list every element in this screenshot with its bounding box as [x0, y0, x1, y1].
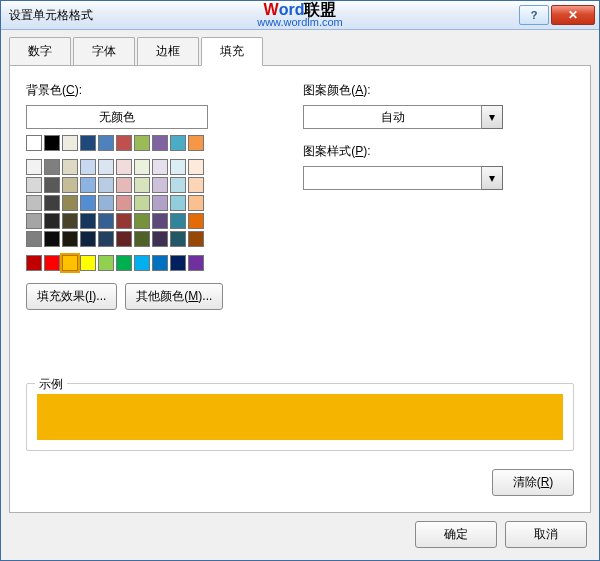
- color-swatch[interactable]: [98, 159, 114, 175]
- color-swatch[interactable]: [80, 135, 96, 151]
- color-swatch[interactable]: [170, 159, 186, 175]
- dialog-buttons: 确定 取消: [1, 521, 599, 560]
- standard-color-row: [26, 255, 223, 271]
- titlebar: 设置单元格格式 Word联盟 www.wordlm.com ? ✕: [1, 1, 599, 30]
- color-swatch[interactable]: [62, 195, 78, 211]
- color-swatch[interactable]: [152, 135, 168, 151]
- color-swatch[interactable]: [26, 159, 42, 175]
- color-swatch[interactable]: [116, 177, 132, 193]
- color-swatch[interactable]: [152, 231, 168, 247]
- color-swatch[interactable]: [116, 255, 132, 271]
- tab-panel-fill: 背景色(C): 无颜色 填充效果(I)... 其他颜色(M)...: [9, 65, 591, 513]
- color-swatch[interactable]: [80, 159, 96, 175]
- color-swatch[interactable]: [134, 213, 150, 229]
- color-swatch[interactable]: [44, 195, 60, 211]
- help-button[interactable]: ?: [519, 5, 549, 25]
- theme-tints-grid: [26, 159, 223, 247]
- color-swatch[interactable]: [26, 135, 42, 151]
- color-swatch[interactable]: [98, 135, 114, 151]
- color-swatch[interactable]: [188, 213, 204, 229]
- close-button[interactable]: ✕: [551, 5, 595, 25]
- sample-swatch: [37, 394, 563, 440]
- bgcolor-label: 背景色(C):: [26, 82, 223, 99]
- color-swatch[interactable]: [98, 195, 114, 211]
- color-swatch[interactable]: [80, 195, 96, 211]
- color-swatch[interactable]: [134, 231, 150, 247]
- clear-button[interactable]: 清除(R): [492, 469, 574, 496]
- color-swatch[interactable]: [44, 255, 60, 271]
- color-swatch[interactable]: [152, 195, 168, 211]
- color-swatch[interactable]: [170, 255, 186, 271]
- color-swatch[interactable]: [44, 213, 60, 229]
- color-swatch[interactable]: [44, 135, 60, 151]
- tab-1[interactable]: 字体: [73, 37, 135, 66]
- color-swatch[interactable]: [134, 177, 150, 193]
- color-swatch[interactable]: [62, 159, 78, 175]
- more-colors-button[interactable]: 其他颜色(M)...: [125, 283, 223, 310]
- color-swatch[interactable]: [98, 177, 114, 193]
- color-swatch[interactable]: [116, 159, 132, 175]
- color-swatch[interactable]: [170, 177, 186, 193]
- color-swatch[interactable]: [62, 177, 78, 193]
- color-swatch[interactable]: [116, 213, 132, 229]
- pattern-style-combo[interactable]: ▾: [303, 166, 503, 190]
- color-swatch[interactable]: [152, 159, 168, 175]
- ok-button[interactable]: 确定: [415, 521, 497, 548]
- color-swatch[interactable]: [188, 255, 204, 271]
- color-swatch[interactable]: [44, 231, 60, 247]
- tab-0[interactable]: 数字: [9, 37, 71, 66]
- color-swatch[interactable]: [134, 135, 150, 151]
- color-swatch[interactable]: [188, 159, 204, 175]
- color-swatch[interactable]: [62, 213, 78, 229]
- color-swatch[interactable]: [80, 255, 96, 271]
- color-swatch[interactable]: [116, 231, 132, 247]
- color-swatch[interactable]: [80, 213, 96, 229]
- color-swatch[interactable]: [62, 231, 78, 247]
- color-swatch[interactable]: [116, 195, 132, 211]
- color-swatch[interactable]: [170, 231, 186, 247]
- tab-2[interactable]: 边框: [137, 37, 199, 66]
- dialog-window: 设置单元格格式 Word联盟 www.wordlm.com ? ✕ 数字字体边框…: [0, 0, 600, 561]
- color-swatch[interactable]: [98, 231, 114, 247]
- color-swatch[interactable]: [152, 213, 168, 229]
- color-swatch[interactable]: [170, 135, 186, 151]
- color-swatch[interactable]: [152, 255, 168, 271]
- color-swatch[interactable]: [80, 231, 96, 247]
- color-swatch[interactable]: [152, 177, 168, 193]
- color-swatch[interactable]: [170, 195, 186, 211]
- color-swatch[interactable]: [26, 195, 42, 211]
- color-swatch[interactable]: [44, 159, 60, 175]
- tab-strip: 数字字体边框填充: [1, 30, 599, 65]
- color-swatch[interactable]: [80, 177, 96, 193]
- color-swatch[interactable]: [26, 231, 42, 247]
- no-color-button[interactable]: 无颜色: [26, 105, 208, 129]
- color-swatch[interactable]: [188, 231, 204, 247]
- pattern-style-label: 图案样式(P):: [303, 143, 503, 160]
- color-swatch[interactable]: [188, 195, 204, 211]
- theme-color-row: [26, 135, 223, 151]
- color-swatch[interactable]: [62, 135, 78, 151]
- color-swatch[interactable]: [134, 255, 150, 271]
- fill-effects-button[interactable]: 填充效果(I)...: [26, 283, 117, 310]
- pattern-color-combo[interactable]: 自动 ▾: [303, 105, 503, 129]
- color-swatch[interactable]: [116, 135, 132, 151]
- color-swatch[interactable]: [26, 255, 42, 271]
- color-swatch[interactable]: [98, 255, 114, 271]
- watermark: Word联盟 www.wordlm.com: [257, 3, 343, 29]
- color-swatch[interactable]: [44, 177, 60, 193]
- color-swatch[interactable]: [170, 213, 186, 229]
- color-swatch[interactable]: [26, 177, 42, 193]
- color-swatch[interactable]: [98, 213, 114, 229]
- color-swatch[interactable]: [134, 195, 150, 211]
- color-swatch[interactable]: [26, 213, 42, 229]
- chevron-down-icon[interactable]: ▾: [482, 105, 503, 129]
- cancel-button[interactable]: 取消: [505, 521, 587, 548]
- window-title: 设置单元格格式: [9, 7, 93, 24]
- color-swatch[interactable]: [188, 177, 204, 193]
- pattern-color-label: 图案颜色(A):: [303, 82, 503, 99]
- color-swatch[interactable]: [188, 135, 204, 151]
- color-swatch[interactable]: [134, 159, 150, 175]
- tab-3[interactable]: 填充: [201, 37, 263, 66]
- color-swatch[interactable]: [62, 255, 78, 271]
- chevron-down-icon[interactable]: ▾: [482, 166, 503, 190]
